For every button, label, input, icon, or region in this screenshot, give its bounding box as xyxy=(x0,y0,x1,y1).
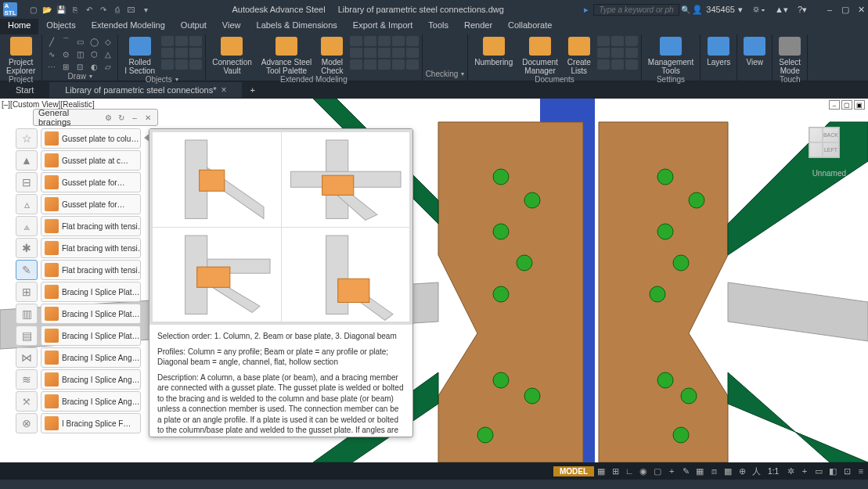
refresh-icon[interactable]: ↻ xyxy=(117,112,127,123)
ribbon-small-tool[interactable] xyxy=(611,36,624,46)
ribbon-small-tool[interactable] xyxy=(364,59,376,70)
rolled-isection-button[interactable]: RolledI Section xyxy=(121,36,158,75)
category-gusset-icon[interactable]: ⟁ xyxy=(16,216,38,236)
palette-item[interactable]: Bracing I Splice Plat… xyxy=(41,325,141,346)
qat-saveas-icon[interactable]: ⎘ xyxy=(69,3,81,16)
ribbon-small-tool[interactable] xyxy=(175,36,188,46)
view-min-icon[interactable]: – xyxy=(829,100,840,110)
connection-vault-button[interactable]: ConnectionVault xyxy=(209,36,255,75)
polar-icon[interactable]: ◉ xyxy=(636,464,650,478)
help-icon[interactable]: ?▾ xyxy=(798,5,807,15)
layers-button[interactable]: Layers xyxy=(704,36,733,67)
draw-tool-10[interactable]: ⋯ xyxy=(45,61,58,72)
search-icon[interactable]: 🔍 xyxy=(679,3,692,16)
ribbon-small-tool[interactable] xyxy=(378,36,391,46)
ribbon-small-tool[interactable] xyxy=(189,48,202,58)
apps-icon[interactable]: ⛭▾ xyxy=(752,5,765,14)
ribbon-small-tool[interactable] xyxy=(611,59,624,70)
cloud-icon[interactable]: ◧ xyxy=(826,464,840,478)
category-beam-icon[interactable]: ⊟ xyxy=(16,172,38,192)
ribbon-small-tool[interactable] xyxy=(378,48,391,58)
ribbon-small-tool[interactable] xyxy=(364,48,376,58)
minimize-button[interactable]: – xyxy=(823,3,837,16)
ribbon-small-tool[interactable] xyxy=(625,48,638,58)
category-base-icon[interactable]: ▤ xyxy=(16,325,38,346)
ribbon-small-tool[interactable] xyxy=(611,48,624,58)
gizmo-icon[interactable]: ⊕ xyxy=(735,464,749,478)
draw-tool-2[interactable]: ▭ xyxy=(74,36,86,47)
select-mode-button[interactable]: SelectMode xyxy=(776,36,804,75)
play-icon[interactable]: ▸ xyxy=(584,5,589,15)
ribbon-small-tool[interactable] xyxy=(597,48,610,58)
qat-print-icon[interactable]: ⎙ xyxy=(111,3,124,16)
ribbon-small-tool[interactable] xyxy=(161,48,174,58)
palette-item[interactable]: Gusset plate at c… xyxy=(41,150,141,171)
viewcube-face[interactable] xyxy=(809,128,823,142)
view-button[interactable]: View xyxy=(740,36,769,67)
osnap-icon[interactable]: ▢ xyxy=(650,464,665,478)
plus-icon[interactable]: + xyxy=(665,464,679,478)
viewport[interactable]: [–][Custom View][Realistic] – ▢ ▣ BACK L… xyxy=(0,99,868,462)
draw-tool-13[interactable]: ◐ xyxy=(88,61,100,72)
ribbon-small-tool[interactable] xyxy=(597,59,610,70)
model-check-button[interactable]: ModelCheck xyxy=(318,36,346,75)
draw-tool-5[interactable]: ∿ xyxy=(45,49,58,59)
ribbon-small-tool[interactable] xyxy=(597,36,610,46)
category-misc-icon[interactable]: ⊗ xyxy=(16,413,38,433)
ribbon-small-tool[interactable] xyxy=(392,48,405,58)
hardware-icon[interactable]: ⊡ xyxy=(840,464,854,478)
menu-export-import[interactable]: Export & Import xyxy=(345,19,420,34)
transparency-icon[interactable]: ▦ xyxy=(693,464,707,478)
viewcube-face-left[interactable]: LEFT xyxy=(823,142,839,157)
ribbon-small-tool[interactable] xyxy=(378,59,391,70)
advance-steel-tool-palette-button[interactable]: Advance SteelTool Palette xyxy=(258,36,315,75)
grid-icon[interactable]: ▦ xyxy=(594,464,608,478)
chevron-down-icon[interactable]: ▾ xyxy=(89,73,92,80)
category-fold-icon[interactable]: ⤧ xyxy=(16,391,38,412)
numbering-button[interactable]: Numbering xyxy=(471,36,516,67)
ribbon-small-tool[interactable] xyxy=(392,36,405,46)
ribbon-small-tool[interactable] xyxy=(406,48,419,58)
palette-item[interactable]: Gusset plate for… xyxy=(41,194,141,214)
category-clip-icon[interactable]: ⋈ xyxy=(16,347,38,368)
viewcube-face-back[interactable]: BACK xyxy=(823,128,839,142)
draw-tool-4[interactable]: ◇ xyxy=(102,36,114,47)
gear-icon[interactable]: ✲ xyxy=(783,464,798,478)
tab-library-of-parametri[interactable]: Library of parametric steel connections*… xyxy=(49,82,242,98)
ribbon-small-tool[interactable] xyxy=(350,36,362,46)
qat-open-icon[interactable]: 📂 xyxy=(41,3,53,16)
draw-tool-6[interactable]: ⊙ xyxy=(59,49,72,59)
menu-output[interactable]: Output xyxy=(173,19,214,34)
draw-tool-7[interactable]: ◫ xyxy=(74,49,86,59)
monitor-icon[interactable]: ▭ xyxy=(812,464,826,478)
management-tools-button[interactable]: ManagementTools xyxy=(645,36,697,75)
snap-icon[interactable]: ⊞ xyxy=(608,464,622,478)
ribbon-small-tool[interactable] xyxy=(161,36,174,46)
category-bracing-icon[interactable]: ✎ xyxy=(16,260,38,280)
ribbon-small-tool[interactable] xyxy=(625,36,638,46)
viewcube[interactable]: BACK LEFT xyxy=(802,120,846,164)
close-icon[interactable]: × xyxy=(221,84,226,95)
menu-extended-modeling[interactable]: Extended Modeling xyxy=(84,19,173,34)
palette-item[interactable]: Bracing I Splice Ang… xyxy=(41,391,141,412)
menu-render[interactable]: Render xyxy=(456,19,500,34)
plus2-icon[interactable]: + xyxy=(798,464,812,478)
palette-item[interactable]: Gusset plate for… xyxy=(41,172,141,192)
category-section-icon[interactable]: ⊞ xyxy=(16,282,38,302)
palette-item[interactable]: Flat bracing with tensi… xyxy=(41,260,141,280)
view-max-icon[interactable]: ▢ xyxy=(841,100,852,110)
draw-tool-9[interactable]: △ xyxy=(102,49,114,59)
palette-item[interactable]: I Bracing Splice F… xyxy=(41,413,141,433)
ribbon-small-tool[interactable] xyxy=(175,59,188,70)
palette-item[interactable]: Bracing I Splice Plat… xyxy=(41,304,141,324)
category-star-icon[interactable]: ☆ xyxy=(16,128,38,149)
menu-tools[interactable]: Tools xyxy=(420,19,456,34)
tab-start[interactable]: Start xyxy=(0,83,49,97)
ribbon-small-tool[interactable] xyxy=(161,59,174,70)
customize-icon[interactable]: ≡ xyxy=(854,464,868,478)
ribbon-small-tool[interactable] xyxy=(406,59,419,70)
menu-labels-dimensions[interactable]: Labels & Dimensions xyxy=(249,19,345,34)
ribbon-small-tool[interactable] xyxy=(175,48,188,58)
palette-item[interactable]: Gusset plate to colu… xyxy=(41,128,141,149)
iso-icon[interactable]: ⧈ xyxy=(707,464,721,478)
